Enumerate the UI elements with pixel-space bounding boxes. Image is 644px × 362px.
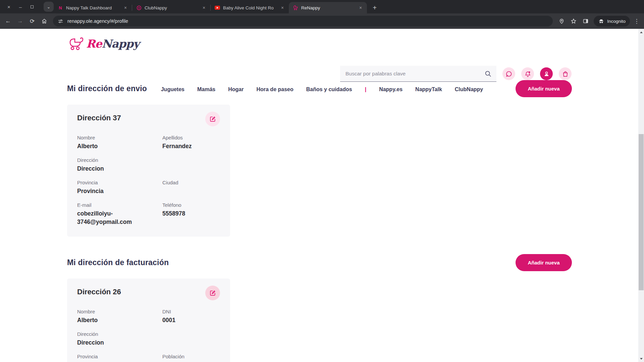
tab-search-button[interactable]: ⌄: [44, 2, 54, 12]
tab-title: Nappy Talk Dashboard: [66, 5, 119, 10]
bookmark-star-icon[interactable]: [568, 16, 579, 26]
field-value: 5558978: [162, 209, 220, 218]
bell-icon: [524, 70, 531, 77]
field-label: Población: [162, 354, 220, 359]
chat-icon: [505, 70, 513, 77]
site-header: ReNappy Juguetes Mamás Hogar Hora de: [0, 29, 644, 74]
billing-section-title: Mi dirección de facturación: [67, 258, 169, 267]
field-value: Direccion: [77, 339, 153, 347]
renappy-profile-page: ReNappy Juguetes Mamás Hogar Hora de: [0, 29, 644, 362]
nav-clubnappy[interactable]: ClubNappy: [455, 86, 483, 93]
tab-title: Baby Alive Cold Night Ro: [223, 5, 276, 10]
field-label: Dirección: [77, 331, 155, 337]
shipping-address-card: Dirección 37 NombreAlberto ApellidosFern…: [67, 105, 230, 237]
shipping-card-title: Dirección 37: [77, 114, 121, 122]
edit-pencil-icon: [209, 116, 216, 122]
tab-clubnappy[interactable]: ClubNappy ×: [132, 2, 210, 13]
main-navigation: Juguetes Mamás Hogar Hora de paseo Baños…: [0, 86, 644, 93]
tab-renappy-active[interactable]: ReNappy ×: [289, 2, 367, 13]
nav-nappytalk[interactable]: NappyTalk: [415, 86, 442, 93]
renappy-logo[interactable]: ReNappy: [67, 36, 139, 51]
pram-logo-icon: [67, 36, 86, 51]
field-label: Apellidos: [162, 135, 220, 140]
field-value: cobezilloiyu-3746@yopmail.com: [77, 209, 153, 227]
nav-mamas[interactable]: Mamás: [197, 86, 215, 93]
back-button[interactable]: ←: [3, 16, 13, 26]
location-icon[interactable]: [556, 16, 567, 26]
shopping-bag-icon: [562, 70, 569, 77]
logo-text: ReNappy: [86, 37, 139, 50]
field-label: Nombre: [77, 135, 155, 140]
scroll-down-arrow-icon[interactable]: [638, 356, 644, 361]
field-value: Direccion: [77, 165, 153, 173]
field-label: Ciudad: [162, 180, 220, 185]
person-icon: [543, 70, 550, 77]
billing-card-title: Dirección 26: [77, 288, 121, 296]
scroll-up-arrow-icon[interactable]: [638, 29, 644, 35]
browser-menu-button[interactable]: ⋮: [633, 18, 641, 25]
window-close-button[interactable]: ×: [7, 4, 10, 9]
chat-button[interactable]: [502, 67, 515, 80]
nav-separator: |: [365, 86, 366, 93]
side-panel-icon[interactable]: [580, 16, 591, 26]
search-icon[interactable]: [484, 70, 492, 77]
tab-close-icon[interactable]: ×: [122, 5, 128, 11]
nav-hora-de-paseo[interactable]: Hora de paseo: [256, 86, 293, 93]
url-text: renappy.ole.agency/#/profile: [67, 18, 128, 24]
header-icon-buttons: [502, 67, 572, 80]
field-value: 0001: [162, 316, 220, 324]
nav-juguetes[interactable]: Juguetes: [161, 86, 184, 93]
edit-billing-address-button[interactable]: [205, 286, 220, 300]
tab-close-icon[interactable]: ×: [358, 5, 364, 11]
tab-nappy-talk-dashboard[interactable]: N Nappy Talk Dashboard ×: [54, 2, 132, 13]
field-label: Dirección: [77, 157, 155, 163]
billing-address-card: Dirección 26 NombreAlberto DNI0001 Direc…: [67, 279, 230, 362]
tab-baby-alive-video[interactable]: Baby Alive Cold Night Ro ×: [211, 2, 289, 13]
field-label: DNI: [162, 309, 220, 314]
field-value: Alberto: [77, 316, 153, 324]
forward-button[interactable]: →: [15, 16, 25, 26]
window-restore-button[interactable]: [31, 5, 34, 8]
youtube-favicon-icon: [215, 5, 220, 10]
incognito-badge: Incognito: [594, 16, 630, 26]
nav-nappy-es[interactable]: Nappy.es: [379, 86, 402, 93]
add-billing-address-button[interactable]: Añadir nueva: [516, 254, 572, 271]
nav-banos-y-cuidados[interactable]: Baños y cuidados: [306, 86, 352, 93]
tab-close-icon[interactable]: ×: [201, 5, 207, 11]
window-minimize-button[interactable]: –: [19, 4, 22, 9]
tab-title: ReNappy: [301, 5, 355, 10]
browser-toolbar: ← → ⟳ renappy.ole.agency/#/profile Incog…: [0, 13, 644, 29]
home-button[interactable]: [39, 16, 50, 26]
cart-button[interactable]: [559, 67, 572, 80]
field-label: Teléfono: [162, 202, 220, 208]
field-label: Provincia: [77, 354, 155, 359]
field-label: E-mail: [77, 202, 155, 208]
window-controls: × – ⌄: [0, 0, 54, 13]
pram-favicon-icon: [293, 5, 298, 10]
search-input[interactable]: [345, 71, 484, 77]
reload-button[interactable]: ⟳: [27, 16, 38, 26]
page-scrollbar[interactable]: [638, 29, 644, 362]
clubnappy-favicon-icon: [136, 5, 142, 10]
edit-shipping-address-button[interactable]: [205, 112, 220, 126]
profile-button[interactable]: [540, 67, 553, 80]
nappytalk-favicon-icon: N: [58, 5, 63, 10]
edit-pencil-icon: [209, 290, 216, 296]
incognito-icon: [598, 18, 604, 24]
scrollbar-thumb[interactable]: [639, 134, 644, 290]
field-value: Alberto: [77, 142, 153, 150]
nav-hogar[interactable]: Hogar: [228, 86, 244, 93]
field-label: Nombre: [77, 309, 155, 314]
new-tab-button[interactable]: +: [370, 3, 380, 13]
tab-title: ClubNappy: [145, 5, 198, 10]
site-settings-icon[interactable]: [58, 18, 63, 24]
notifications-button[interactable]: [521, 67, 534, 80]
tab-close-icon[interactable]: ×: [279, 5, 285, 11]
search-bar: [340, 66, 496, 82]
browser-tab-bar: × – ⌄ N Nappy Talk Dashboard × ClubNappy…: [0, 0, 644, 13]
field-value: Provincia: [77, 187, 153, 195]
incognito-label: Incognito: [607, 19, 626, 24]
field-label: Provincia: [77, 180, 155, 185]
address-bar[interactable]: renappy.ole.agency/#/profile: [53, 16, 553, 26]
billing-section-header: Mi dirección de facturación Añadir nueva: [0, 254, 644, 271]
